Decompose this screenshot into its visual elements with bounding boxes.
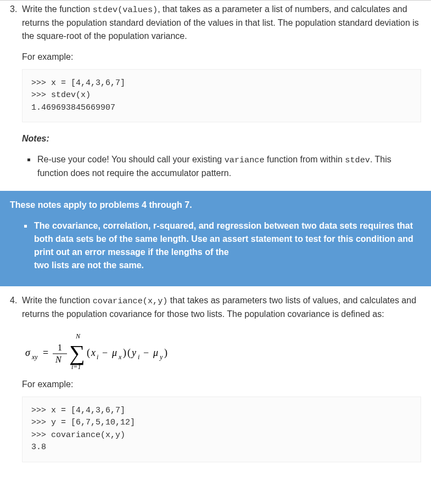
problem-4-body: Write the function covariance(x,y) that …	[22, 294, 421, 321]
svg-text:x: x	[91, 347, 96, 358]
covariance-formula: σ xy = 1 N ∑ N i=1 ( x i − μ x ) ( y	[25, 331, 421, 370]
problem-3: 3. Write the function stdev(values), tha…	[0, 3, 431, 191]
svg-text:−: −	[143, 347, 149, 358]
callout-bullet-1-line1: The covariance, correlation, r-squared, …	[34, 221, 413, 257]
callout-bullet-1: The covariance, correlation, r-squared, …	[33, 219, 421, 272]
callout-list: The covariance, correlation, r-squared, …	[21, 219, 421, 272]
problem-4-number: 4.	[10, 294, 21, 321]
svg-text:i: i	[138, 353, 139, 361]
problem-4-code-block: >>> x = [4,4,3,6,7] >>> y = [6,7,5,10,12…	[22, 397, 421, 462]
problem-3-text: 3. Write the function stdev(values), tha…	[10, 3, 421, 43]
problem-3-note-1: Re-use your code! You should call your e…	[36, 153, 421, 180]
problem-3-for-example: For example:	[22, 50, 421, 64]
sigma-formula-svg: σ xy = 1 N ∑ N i=1 ( x i − μ x ) ( y	[25, 331, 190, 370]
svg-text:i=1: i=1	[71, 363, 81, 370]
problem-4-text-1: Write the function	[22, 296, 93, 305]
problem-3-note-1-text-1: Re-use your code! You should call your e…	[37, 155, 225, 164]
svg-text:i: i	[97, 353, 98, 361]
svg-text:σ: σ	[25, 347, 31, 358]
svg-text:x: x	[118, 353, 122, 361]
problem-3-text-1: Write the function	[22, 4, 93, 14]
svg-text:−: −	[102, 347, 108, 358]
svg-text:y: y	[159, 353, 163, 361]
problem-3-note-1-code-1: variance	[225, 155, 265, 165]
problem-4-code-inline-1: covariance(x,y)	[93, 296, 168, 306]
problem-3-note-1-code-2: stdev	[345, 155, 370, 165]
svg-text:): )	[123, 347, 126, 359]
problem-4-for-example: For example:	[22, 378, 421, 391]
callout-title: These notes apply to problems 4 through …	[10, 199, 421, 212]
problem-3-code-block: >>> x = [4,4,3,6,7] >>> stdev(x) 1.46969…	[22, 69, 421, 123]
callout-bullet-1-line2: two lists are not the same.	[34, 261, 144, 270]
problem-4-text: 4. Write the function covariance(x,y) th…	[10, 294, 421, 321]
svg-text:∑: ∑	[69, 341, 85, 365]
svg-text:y: y	[131, 347, 136, 358]
svg-text:μ: μ	[153, 347, 158, 358]
problem-4: 4. Write the function covariance(x,y) th…	[0, 286, 431, 475]
problem-3-code-inline-1: stdev(values)	[93, 5, 158, 15]
svg-text:(: (	[127, 347, 131, 359]
problem-3-note-1-text-2: function from within	[265, 155, 345, 164]
problem-3-body: Write the function stdev(values), that t…	[22, 3, 421, 43]
svg-text:=: =	[43, 347, 48, 358]
problem-3-notes-heading: Notes:	[22, 132, 421, 145]
svg-text:xy: xy	[31, 353, 38, 361]
svg-text:(: (	[87, 347, 90, 359]
svg-text:1: 1	[58, 343, 62, 352]
svg-text:): )	[164, 347, 167, 359]
callout-notes-4-7: These notes apply to problems 4 through …	[0, 191, 431, 286]
svg-text:μ: μ	[111, 347, 117, 358]
problem-3-number: 3.	[10, 3, 21, 43]
svg-text:N: N	[75, 332, 81, 340]
svg-text:N: N	[55, 355, 62, 364]
problem-3-notes-list: Re-use your code! You should call your e…	[24, 153, 421, 180]
document-content: 3. Write the function stdev(values), tha…	[0, 0, 431, 475]
